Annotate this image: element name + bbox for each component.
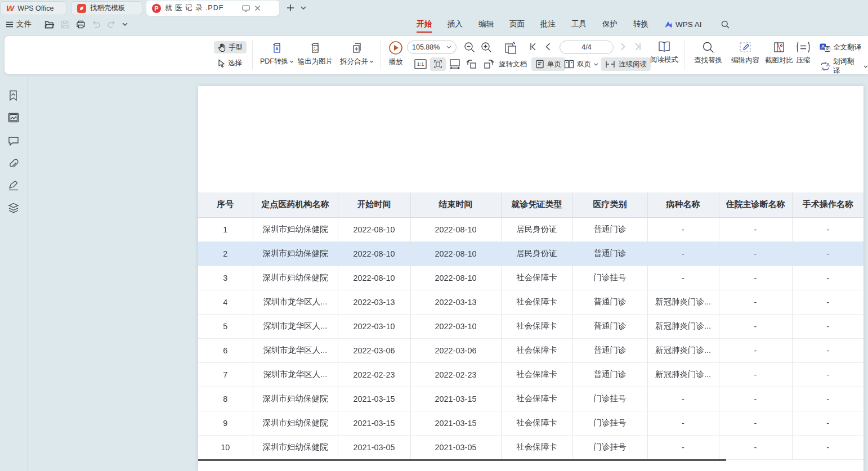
redo-icon[interactable] <box>107 21 116 28</box>
table-cell: 门诊挂号 <box>572 387 647 411</box>
table-cell: 2022-02-23 <box>410 362 501 387</box>
new-tab-button[interactable] <box>284 2 297 14</box>
read-mode-button[interactable]: 阅读模式 <box>648 41 680 65</box>
table-cell: 社会保障卡 <box>501 314 572 338</box>
table-cell: 深圳市妇幼保健院 <box>253 411 338 435</box>
previous-page-button[interactable] <box>545 43 551 51</box>
signature-panel-icon[interactable] <box>8 180 19 192</box>
split-merge-icon <box>350 41 364 55</box>
table-cell: 普通门诊 <box>572 217 647 241</box>
print-icon[interactable] <box>76 20 86 29</box>
table-cell: 2022-08-10 <box>410 241 501 266</box>
table-cell: 社会保障卡 <box>501 387 572 411</box>
tab-document-pdf[interactable]: P 就 医 记 录 .PDF <box>146 1 279 16</box>
attachment-panel-icon[interactable] <box>8 159 19 170</box>
chevron-down-icon <box>369 60 374 63</box>
table-cell: - <box>647 217 719 241</box>
find-replace-button[interactable]: 查找替换 <box>688 41 728 65</box>
close-tab-icon[interactable] <box>254 5 261 11</box>
export-image-button[interactable]: 输出为图片 <box>293 41 338 66</box>
table-cell: 2022-03-10 <box>410 314 501 338</box>
continuous-read-button[interactable]: 连续阅读 <box>601 57 651 71</box>
fit-page-button[interactable] <box>430 57 446 71</box>
menu-home[interactable]: 开始 <box>417 17 432 32</box>
table-cell: 8 <box>198 387 253 411</box>
table-cell: - <box>719 387 792 411</box>
hand-tool-button[interactable]: 手型 <box>214 41 247 53</box>
layers-panel-icon[interactable] <box>8 203 19 214</box>
fit-width-button[interactable] <box>449 57 460 71</box>
split-screen-icon[interactable] <box>242 5 250 12</box>
menu-search-icon[interactable] <box>721 20 730 29</box>
rotate-document-button[interactable]: 旋转文档 <box>499 57 527 71</box>
word-translate-button[interactable]: x A 划词翻译 <box>820 57 868 76</box>
undo-icon[interactable] <box>92 21 101 28</box>
page-indicator-value: 4/4 <box>581 43 591 51</box>
next-page-button[interactable] <box>620 43 626 51</box>
menu-convert[interactable]: 转换 <box>633 17 648 32</box>
table-cell: 2022-03-10 <box>338 314 410 338</box>
table-cell: 深圳市妇幼保健院 <box>253 387 338 411</box>
select-tool-button[interactable]: 选择 <box>214 57 246 69</box>
pdf-page[interactable]: 序号定点医药机构名称开始时间结束时间就诊凭证类型医疗类别病种名称住院主诊断名称手… <box>198 86 863 471</box>
menu-protect[interactable]: 保护 <box>602 17 618 32</box>
table-cell: - <box>719 290 792 314</box>
table-header-cell: 病种名称 <box>647 192 719 217</box>
export-image-icon <box>308 41 322 55</box>
tab-docer-templates[interactable]: 找稻壳模板 <box>71 1 142 15</box>
pdf-logo-icon: P <box>152 4 161 13</box>
single-page-button[interactable]: 单页 <box>531 57 565 71</box>
single-page-icon <box>535 60 544 69</box>
edit-content-button[interactable]: 编辑内容 <box>728 41 762 65</box>
more-actions-chevron-icon[interactable] <box>122 23 128 26</box>
table-cell: 2021-03-15 <box>338 411 410 435</box>
menu-comment[interactable]: 批注 <box>540 17 556 32</box>
last-page-button[interactable] <box>634 43 642 51</box>
table-row: 1深圳市妇幼保健院2022-08-102022-08-10居民身份证普通门诊--… <box>198 217 863 241</box>
first-page-button[interactable] <box>529 43 537 51</box>
table-row: 8深圳市妇幼保健院2021-03-152021-03-15社会保障卡门诊挂号--… <box>198 387 863 411</box>
screenshot-compare-button[interactable]: 截图对比 <box>762 41 796 65</box>
rotate-left-icon[interactable] <box>466 57 477 71</box>
bookmark-panel-icon[interactable] <box>8 90 19 101</box>
zoom-level-select[interactable]: 105.88% <box>407 41 457 54</box>
open-file-icon[interactable] <box>44 20 55 29</box>
thumbnail-panel-icon[interactable] <box>8 113 19 123</box>
table-cell: 2021-03-05 <box>338 435 410 459</box>
table-cell: 深圳市龙华区人... <box>253 290 338 314</box>
table-bottom-rule <box>198 459 726 461</box>
docer-logo-icon <box>77 4 86 13</box>
table-header-cell: 手术操作名称 <box>792 192 863 217</box>
menu-page[interactable]: 页面 <box>509 17 525 32</box>
menu-items: 开始 插入 编辑 页面 批注 工具 保护 转换 WPS AI <box>417 16 730 33</box>
split-merge-button[interactable]: 拆分合并 <box>335 41 378 66</box>
compress-button[interactable]: 压缩 <box>791 41 815 65</box>
actual-size-button[interactable]: 1:1 <box>414 57 427 71</box>
zoom-in-button[interactable] <box>481 42 492 53</box>
page-indicator-input[interactable]: 4/4 <box>560 41 614 54</box>
file-menu-button[interactable]: 文件 <box>6 19 32 29</box>
table-cell: 2022-08-10 <box>410 217 501 241</box>
svg-text:x: x <box>821 66 824 71</box>
double-page-button[interactable]: 双页 <box>564 57 598 71</box>
page-organize-icon[interactable] <box>503 41 518 55</box>
menu-tools[interactable]: 工具 <box>571 17 587 32</box>
tab-wps-home[interactable]: W WPS Office <box>0 1 66 15</box>
comment-panel-icon[interactable] <box>8 136 19 146</box>
menu-edit[interactable]: 编辑 <box>478 17 494 32</box>
play-button[interactable]: 播放 <box>385 41 406 67</box>
table-cell: 4 <box>198 290 253 314</box>
tab-list-chevron-icon[interactable] <box>297 2 310 14</box>
save-icon[interactable] <box>61 20 70 29</box>
table-cell: 门诊挂号 <box>572 266 647 290</box>
tab-label: 找稻壳模板 <box>90 3 126 13</box>
pdf-convert-button[interactable]: PDF转换 <box>256 41 298 66</box>
medical-records-table: 序号定点医药机构名称开始时间结束时间就诊凭证类型医疗类别病种名称住院主诊断名称手… <box>198 192 863 460</box>
menu-insert[interactable]: 插入 <box>448 17 463 32</box>
table-header-cell: 医疗类别 <box>572 192 647 217</box>
wps-ai-button[interactable]: WPS AI <box>664 20 702 29</box>
zoom-out-button[interactable] <box>464 42 475 53</box>
rotate-right-icon[interactable] <box>483 57 494 71</box>
full-translate-button[interactable]: A 全文翻译 <box>820 43 868 52</box>
table-cell: 社会保障卡 <box>501 290 572 314</box>
